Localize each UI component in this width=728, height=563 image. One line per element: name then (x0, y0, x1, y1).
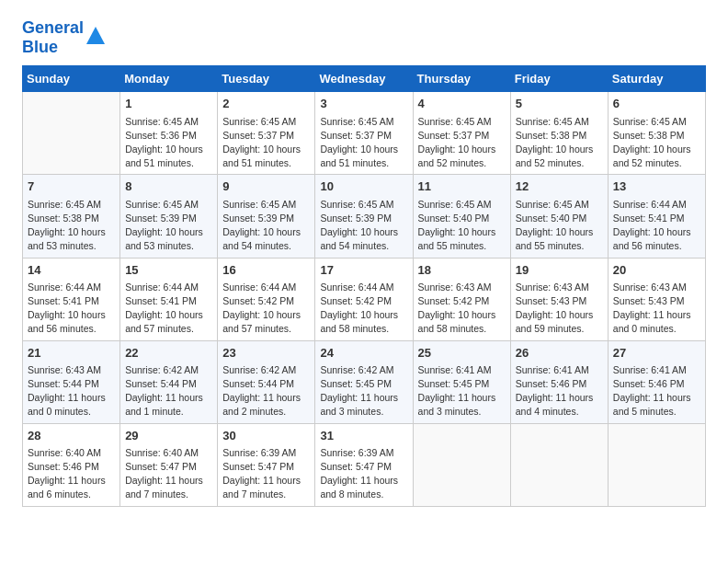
day-number: 14 (28, 262, 115, 279)
calendar-cell: 8Sunrise: 6:45 AMSunset: 5:39 PMDaylight… (120, 175, 218, 258)
day-number: 4 (418, 96, 506, 112)
calendar-cell: 27Sunrise: 6:41 AMSunset: 5:46 PMDayligh… (608, 340, 705, 423)
day-info: Sunrise: 6:45 AMSunset: 5:37 PMDaylight:… (418, 115, 506, 171)
calendar-cell: 4Sunrise: 6:45 AMSunset: 5:37 PMDaylight… (413, 92, 510, 175)
calendar-cell: 28Sunrise: 6:40 AMSunset: 5:46 PMDayligh… (23, 423, 120, 506)
calendar-cell: 9Sunrise: 6:45 AMSunset: 5:39 PMDaylight… (218, 175, 315, 258)
calendar-cell: 18Sunrise: 6:43 AMSunset: 5:42 PMDayligh… (413, 258, 510, 340)
calendar-cell: 1Sunrise: 6:45 AMSunset: 5:36 PMDaylight… (120, 92, 218, 175)
weekday-header: Tuesday (218, 66, 315, 92)
calendar-cell (510, 423, 608, 506)
day-number: 5 (516, 96, 603, 112)
calendar-cell: 17Sunrise: 6:44 AMSunset: 5:42 PMDayligh… (315, 258, 413, 340)
calendar-cell: 10Sunrise: 6:45 AMSunset: 5:39 PMDayligh… (315, 175, 413, 258)
calendar-cell: 29Sunrise: 6:40 AMSunset: 5:47 PMDayligh… (120, 423, 218, 506)
day-info: Sunrise: 6:44 AMSunset: 5:42 PMDaylight:… (222, 281, 310, 337)
day-number: 25 (418, 345, 506, 362)
weekday-header: Friday (510, 66, 608, 92)
day-number: 19 (516, 262, 603, 279)
day-number: 28 (28, 428, 115, 444)
calendar-cell: 19Sunrise: 6:43 AMSunset: 5:43 PMDayligh… (510, 258, 608, 340)
day-info: Sunrise: 6:41 AMSunset: 5:45 PMDaylight:… (418, 363, 506, 419)
day-info: Sunrise: 6:40 AMSunset: 5:47 PMDaylight:… (125, 446, 212, 502)
calendar-cell: 14Sunrise: 6:44 AMSunset: 5:41 PMDayligh… (23, 258, 120, 340)
calendar-cell: 24Sunrise: 6:42 AMSunset: 5:45 PMDayligh… (315, 340, 413, 423)
calendar-cell: 20Sunrise: 6:43 AMSunset: 5:43 PMDayligh… (608, 258, 705, 340)
weekday-header: Saturday (608, 66, 705, 92)
day-info: Sunrise: 6:44 AMSunset: 5:41 PMDaylight:… (28, 281, 115, 337)
day-info: Sunrise: 6:44 AMSunset: 5:41 PMDaylight:… (613, 198, 700, 254)
calendar-cell: 22Sunrise: 6:42 AMSunset: 5:44 PMDayligh… (120, 340, 218, 423)
calendar-cell: 16Sunrise: 6:44 AMSunset: 5:42 PMDayligh… (218, 258, 315, 340)
day-info: Sunrise: 6:45 AMSunset: 5:39 PMDaylight:… (125, 198, 212, 254)
day-number: 29 (125, 428, 212, 444)
day-info: Sunrise: 6:45 AMSunset: 5:40 PMDaylight:… (516, 198, 603, 254)
weekday-header: Wednesday (315, 66, 413, 92)
day-number: 22 (125, 345, 212, 362)
day-number: 31 (320, 428, 407, 444)
calendar-cell: 15Sunrise: 6:44 AMSunset: 5:41 PMDayligh… (120, 258, 218, 340)
day-number: 8 (125, 178, 212, 195)
day-info: Sunrise: 6:42 AMSunset: 5:44 PMDaylight:… (125, 363, 212, 419)
weekday-header: Monday (120, 66, 218, 92)
svg-marker-0 (86, 27, 105, 44)
day-info: Sunrise: 6:45 AMSunset: 5:37 PMDaylight:… (222, 115, 310, 171)
calendar-cell (23, 92, 120, 175)
day-number: 26 (516, 345, 603, 362)
day-info: Sunrise: 6:43 AMSunset: 5:43 PMDaylight:… (516, 281, 603, 337)
logo: GeneralBlue (22, 18, 106, 56)
calendar-table: SundayMondayTuesdayWednesdayThursdayFrid… (22, 65, 706, 506)
day-number: 9 (222, 178, 310, 195)
day-number: 7 (28, 178, 115, 195)
page-header: GeneralBlue (22, 18, 706, 56)
calendar-header: SundayMondayTuesdayWednesdayThursdayFrid… (23, 66, 706, 92)
day-info: Sunrise: 6:41 AMSunset: 5:46 PMDaylight:… (613, 363, 700, 419)
day-info: Sunrise: 6:45 AMSunset: 5:38 PMDaylight:… (28, 198, 115, 254)
day-info: Sunrise: 6:45 AMSunset: 5:40 PMDaylight:… (418, 198, 506, 254)
day-info: Sunrise: 6:42 AMSunset: 5:44 PMDaylight:… (222, 363, 310, 419)
calendar-cell (608, 423, 705, 506)
day-info: Sunrise: 6:45 AMSunset: 5:39 PMDaylight:… (222, 198, 310, 254)
calendar-cell: 3Sunrise: 6:45 AMSunset: 5:37 PMDaylight… (315, 92, 413, 175)
day-info: Sunrise: 6:40 AMSunset: 5:46 PMDaylight:… (28, 446, 115, 502)
day-info: Sunrise: 6:45 AMSunset: 5:39 PMDaylight:… (320, 198, 407, 254)
calendar-cell: 31Sunrise: 6:39 AMSunset: 5:47 PMDayligh… (315, 423, 413, 506)
day-info: Sunrise: 6:43 AMSunset: 5:42 PMDaylight:… (418, 281, 506, 337)
day-number: 18 (418, 262, 506, 279)
weekday-header: Thursday (413, 66, 510, 92)
day-number: 13 (613, 178, 700, 195)
day-number: 21 (28, 345, 115, 362)
day-number: 11 (418, 178, 506, 195)
weekday-header: Sunday (23, 66, 120, 92)
calendar-cell: 23Sunrise: 6:42 AMSunset: 5:44 PMDayligh… (218, 340, 315, 423)
calendar-cell: 25Sunrise: 6:41 AMSunset: 5:45 PMDayligh… (413, 340, 510, 423)
calendar-cell: 21Sunrise: 6:43 AMSunset: 5:44 PMDayligh… (23, 340, 120, 423)
day-number: 23 (222, 345, 310, 362)
day-info: Sunrise: 6:44 AMSunset: 5:41 PMDaylight:… (125, 281, 212, 337)
calendar-cell: 26Sunrise: 6:41 AMSunset: 5:46 PMDayligh… (510, 340, 608, 423)
day-info: Sunrise: 6:45 AMSunset: 5:37 PMDaylight:… (320, 115, 407, 171)
day-number: 3 (320, 96, 407, 112)
day-info: Sunrise: 6:44 AMSunset: 5:42 PMDaylight:… (320, 281, 407, 337)
day-info: Sunrise: 6:41 AMSunset: 5:46 PMDaylight:… (516, 363, 603, 419)
day-number: 16 (222, 262, 310, 279)
day-number: 27 (613, 345, 700, 362)
day-info: Sunrise: 6:45 AMSunset: 5:38 PMDaylight:… (516, 115, 603, 171)
day-number: 12 (516, 178, 603, 195)
calendar-cell: 13Sunrise: 6:44 AMSunset: 5:41 PMDayligh… (608, 175, 705, 258)
day-number: 24 (320, 345, 407, 362)
day-number: 15 (125, 262, 212, 279)
calendar-cell: 6Sunrise: 6:45 AMSunset: 5:38 PMDaylight… (608, 92, 705, 175)
day-number: 2 (222, 96, 310, 112)
logo-text-area: GeneralBlue (22, 18, 84, 56)
day-info: Sunrise: 6:43 AMSunset: 5:44 PMDaylight:… (28, 363, 115, 419)
day-info: Sunrise: 6:39 AMSunset: 5:47 PMDaylight:… (320, 446, 407, 502)
logo-triangle-icon (85, 26, 106, 46)
calendar-body: 1Sunrise: 6:45 AMSunset: 5:36 PMDaylight… (23, 92, 706, 506)
calendar-cell: 2Sunrise: 6:45 AMSunset: 5:37 PMDaylight… (218, 92, 315, 175)
calendar-cell: 30Sunrise: 6:39 AMSunset: 5:47 PMDayligh… (218, 423, 315, 506)
day-number: 17 (320, 262, 407, 279)
day-number: 6 (613, 96, 700, 112)
calendar-cell (413, 423, 510, 506)
day-info: Sunrise: 6:43 AMSunset: 5:43 PMDaylight:… (613, 281, 700, 337)
